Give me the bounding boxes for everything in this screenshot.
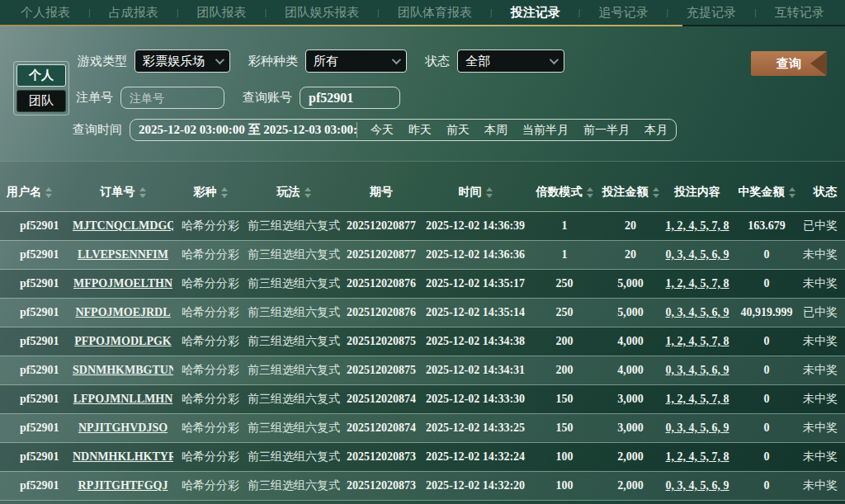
game-type-select[interactable]: 彩票娱乐场 [135, 49, 230, 73]
sort-icon[interactable] [486, 187, 493, 198]
sort-icon[interactable] [587, 187, 593, 198]
status-badge: 已中奖 [803, 219, 838, 232]
scope-personal-button[interactable]: 个人 [17, 64, 66, 87]
cell-play: 前三组选组六复式 [248, 421, 340, 434]
chevron-down-icon [215, 55, 224, 64]
lottery-kind-label: 彩种种类 [248, 54, 298, 69]
search-button[interactable]: 查询 [751, 51, 827, 76]
sort-icon[interactable] [789, 187, 795, 198]
col-multiple-mode[interactable]: 倍数模式 [528, 162, 601, 211]
col-play[interactable]: 玩法 [248, 162, 340, 211]
cell-win-amount: 0 [764, 248, 770, 261]
tab-team-entertainment-report[interactable]: 团队娱乐报表 [285, 5, 359, 21]
table-row: pf52901 PFPOJMODLPGK 哈希分分彩 前三组选组六复式 2025… [0, 327, 845, 356]
tab-share-report[interactable]: 占成报表 [109, 5, 158, 21]
cell-win-amount: 0 [764, 450, 770, 463]
status-value: 全部 [465, 54, 490, 69]
cell-username: pf52901 [20, 277, 59, 290]
sort-icon[interactable] [139, 187, 146, 198]
sort-icon[interactable] [45, 187, 52, 198]
col-lottery[interactable]: 彩种 [173, 162, 248, 211]
tab-betting-records[interactable]: 投注记录 [511, 5, 560, 21]
quick-range-current-half-month[interactable]: 当前半月 [522, 123, 569, 138]
bet-content-link[interactable]: 1, 2, 4, 5, 7, 8 [666, 393, 729, 405]
col-username[interactable]: 用户名 [0, 162, 73, 211]
time-range-box: 2025-12-02 03:00:00 至 2025-12-03 03:00:0… [130, 119, 677, 141]
quick-range-this-week[interactable]: 本周 [484, 123, 507, 138]
cell-time: 2025-12-02 14:34:31 [426, 364, 525, 376]
table-row: pf52901 NPJITGHVDJSO 哈希分分彩 前三组选组六复式 2025… [0, 413, 845, 442]
bet-content-link[interactable]: 0, 3, 4, 5, 6, 9 [666, 364, 729, 376]
bet-content-link[interactable]: 1, 2, 4, 5, 7, 8 [666, 450, 729, 463]
table-row: pf52901 MJTCNQCLMDGQ 哈希分分彩 前三组选组六复式 2025… [0, 211, 845, 240]
bet-content-link[interactable]: 1, 2, 4, 5, 7, 8 [666, 219, 729, 232]
quick-range-yesterday[interactable]: 昨天 [408, 123, 432, 138]
order-id-link[interactable]: NDNMHKLHKTYR [73, 450, 173, 463]
col-win-amount[interactable]: 中奖金额 [734, 162, 799, 211]
scope-team-button[interactable]: 团队 [17, 90, 66, 112]
status-label: 状态 [425, 54, 450, 69]
tab-transfer-records[interactable]: 互转记录 [775, 5, 824, 21]
order-id-link[interactable]: MFPOJMOELTHN [73, 277, 172, 290]
order-id-link[interactable]: MJTCNQCLMDGQ [73, 219, 173, 232]
order-id-link[interactable]: NPJITGHVDJSO [78, 422, 168, 434]
tab-deposit-withdraw-records[interactable]: 充提记录 [687, 5, 736, 21]
col-order-id[interactable]: 订单号 [73, 162, 173, 211]
cell-username: pf52901 [20, 422, 59, 434]
col-time[interactable]: 时间 [422, 162, 528, 211]
cell-bet-amount: 3,000 [617, 422, 644, 434]
cell-username: pf52901 [20, 364, 59, 376]
cell-win-amount: 163.679 [748, 219, 786, 232]
cell-multiple-mode: 200 [556, 335, 574, 347]
order-no-input[interactable] [120, 87, 224, 109]
lottery-kind-select[interactable]: 所有 [305, 49, 407, 73]
account-input[interactable] [300, 87, 400, 109]
cell-username: pf52901 [20, 450, 59, 463]
bet-content-link[interactable]: 0, 3, 4, 5, 6, 9 [666, 306, 729, 318]
chevron-down-icon [550, 55, 559, 64]
table-row: pf52901 MFPOJMOELTHN 哈希分分彩 前三组选组六复式 2025… [0, 269, 845, 298]
cell-time: 2025-12-02 14:32:20 [426, 479, 525, 492]
sort-icon[interactable] [653, 187, 659, 198]
tab-chase-records[interactable]: 追号记录 [598, 5, 648, 21]
order-id-link[interactable]: PFPOJMODLPGK [74, 335, 171, 347]
order-id-link[interactable]: SDNMHKMBGTUN [73, 364, 173, 376]
quick-range-day-before[interactable]: 前天 [446, 123, 470, 138]
bet-content-link[interactable]: 1, 2, 4, 5, 7, 8 [666, 277, 729, 290]
quick-range-this-month[interactable]: 本月 [644, 123, 668, 138]
cell-lottery: 哈希分分彩 [182, 305, 239, 318]
order-id-link[interactable]: NFPOJMOEJRDL [75, 306, 170, 318]
tab-team-sports-report[interactable]: 团队体育报表 [398, 5, 472, 21]
tab-team-report[interactable]: 团队报表 [196, 5, 246, 21]
tab-personal-report[interactable]: 个人报表 [21, 5, 70, 21]
account-label: 查询账号 [243, 90, 292, 106]
cell-username: pf52901 [20, 306, 59, 318]
col-bet-content: 投注内容 [660, 162, 734, 211]
bet-content-link[interactable]: 0, 3, 4, 5, 6, 9 [666, 248, 729, 261]
cell-play: 前三组选组六复式 [248, 334, 340, 347]
sort-icon[interactable] [221, 187, 228, 198]
table-body: pf52901 MJTCNQCLMDGQ 哈希分分彩 前三组选组六复式 2025… [0, 211, 845, 500]
bet-content-link[interactable]: 1, 2, 4, 5, 7, 8 [666, 335, 729, 347]
cell-win-amount: 0 [764, 277, 770, 290]
cell-multiple-mode: 1 [562, 219, 568, 232]
quick-range-today[interactable]: 今天 [371, 123, 394, 138]
col-bet-amount[interactable]: 投注金额 [601, 162, 660, 211]
records-table: 用户名 订单号 彩种 玩法 期号 时间 倍数模式 投注金额 投注内容 中奖金额 … [0, 162, 845, 501]
status-select[interactable]: 全部 [457, 49, 564, 73]
order-id-link[interactable]: LLVEPSENNFIM [78, 248, 168, 261]
cell-issue: 202512020876 [347, 277, 416, 290]
scope-toggle: 个人 团队 [13, 61, 69, 115]
table-row: pf52901 SDNMHKMBGTUN 哈希分分彩 前三组选组六复式 2025… [0, 356, 845, 384]
cell-username: pf52901 [20, 393, 59, 405]
cell-lottery: 哈希分分彩 [182, 247, 239, 261]
sort-icon[interactable] [304, 187, 311, 198]
order-id-link[interactable]: RPJITGHTFGQJ [78, 479, 168, 492]
bet-content-link[interactable]: 0, 3, 4, 5, 6, 9 [666, 422, 729, 434]
quick-range-previous-half-month[interactable]: 前一半月 [583, 123, 630, 138]
cell-time: 2025-12-02 14:35:14 [426, 306, 525, 318]
bet-content-link[interactable]: 0, 3, 4, 5, 6, 9 [666, 479, 729, 492]
order-id-link[interactable]: LFPOJMNLLMHN [73, 393, 173, 405]
cell-issue: 202512020873 [347, 450, 416, 463]
time-range-input[interactable]: 2025-12-02 03:00:00 至 2025-12-03 03:00:0… [139, 122, 357, 138]
